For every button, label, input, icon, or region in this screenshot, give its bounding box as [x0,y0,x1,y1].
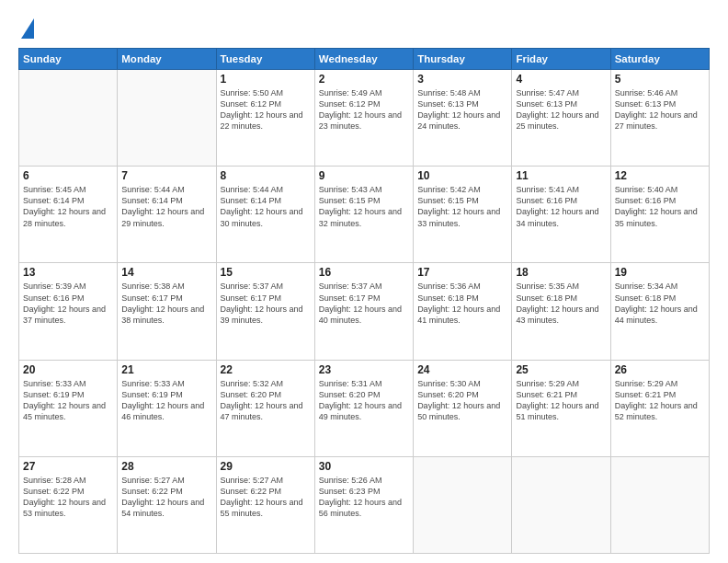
day-number: 24 [417,363,507,376]
day-number: 8 [221,169,311,182]
day-info: Sunrise: 5:37 AMSunset: 6:17 PMDaylight:… [319,281,409,326]
day-info: Sunrise: 5:37 AMSunset: 6:17 PMDaylight:… [221,281,311,326]
logo-triangle-icon [21,18,34,39]
day-number: 1 [221,73,311,86]
calendar-cell: 5Sunrise: 5:46 AMSunset: 6:13 PMDaylight… [610,70,709,167]
day-info: Sunrise: 5:47 AMSunset: 6:13 PMDaylight:… [516,87,606,132]
day-info: Sunrise: 5:38 AMSunset: 6:17 PMDaylight:… [121,281,211,326]
calendar-cell: 26Sunrise: 5:29 AMSunset: 6:21 PMDayligh… [610,360,709,456]
calendar-cell: 22Sunrise: 5:32 AMSunset: 6:20 PMDayligh… [216,360,314,456]
calendar-cell: 13Sunrise: 5:39 AMSunset: 6:16 PMDayligh… [19,263,118,360]
calendar-cell [610,456,709,553]
calendar-cell: 10Sunrise: 5:42 AMSunset: 6:15 PMDayligh… [414,167,512,263]
day-info: Sunrise: 5:35 AMSunset: 6:18 PMDaylight:… [516,281,606,326]
calendar-cell: 11Sunrise: 5:41 AMSunset: 6:16 PMDayligh… [512,167,610,263]
day-number: 13 [23,266,113,279]
day-info: Sunrise: 5:32 AMSunset: 6:20 PMDaylight:… [221,378,311,423]
day-info: Sunrise: 5:26 AMSunset: 6:23 PMDaylight:… [319,475,409,520]
calendar-cell: 18Sunrise: 5:35 AMSunset: 6:18 PMDayligh… [512,263,610,360]
calendar-cell: 8Sunrise: 5:44 AMSunset: 6:14 PMDaylight… [216,167,314,263]
day-number: 27 [23,460,113,473]
calendar-cell: 30Sunrise: 5:26 AMSunset: 6:23 PMDayligh… [314,456,413,553]
calendar-week-0: 1Sunrise: 5:50 AMSunset: 6:12 PMDaylight… [19,70,710,167]
day-number: 2 [319,73,409,86]
calendar-cell: 6Sunrise: 5:45 AMSunset: 6:14 PMDaylight… [19,167,118,263]
calendar-week-2: 13Sunrise: 5:39 AMSunset: 6:16 PMDayligh… [19,263,710,360]
day-info: Sunrise: 5:41 AMSunset: 6:16 PMDaylight:… [516,184,606,229]
day-info: Sunrise: 5:40 AMSunset: 6:16 PMDaylight:… [615,184,705,229]
day-info: Sunrise: 5:34 AMSunset: 6:18 PMDaylight:… [615,281,705,326]
weekday-header-sunday: Sunday [19,49,118,70]
day-number: 29 [221,460,311,473]
day-number: 20 [23,363,113,376]
day-number: 7 [121,169,211,182]
calendar-cell: 20Sunrise: 5:33 AMSunset: 6:19 PMDayligh… [19,360,118,456]
calendar-cell: 7Sunrise: 5:44 AMSunset: 6:14 PMDaylight… [118,167,216,263]
day-info: Sunrise: 5:31 AMSunset: 6:20 PMDaylight:… [319,378,409,423]
day-info: Sunrise: 5:49 AMSunset: 6:12 PMDaylight:… [319,87,409,132]
calendar-cell [19,70,118,167]
day-number: 9 [319,169,409,182]
day-info: Sunrise: 5:48 AMSunset: 6:13 PMDaylight:… [417,87,507,132]
weekday-header-tuesday: Tuesday [216,49,314,70]
calendar-cell: 9Sunrise: 5:43 AMSunset: 6:15 PMDaylight… [314,167,413,263]
calendar-cell: 25Sunrise: 5:29 AMSunset: 6:21 PMDayligh… [512,360,610,456]
calendar-cell: 12Sunrise: 5:40 AMSunset: 6:16 PMDayligh… [610,167,709,263]
header [18,17,710,39]
calendar-week-3: 20Sunrise: 5:33 AMSunset: 6:19 PMDayligh… [19,360,710,456]
calendar-cell: 2Sunrise: 5:49 AMSunset: 6:12 PMDaylight… [314,70,413,167]
day-info: Sunrise: 5:33 AMSunset: 6:19 PMDaylight:… [121,378,211,423]
calendar-cell: 28Sunrise: 5:27 AMSunset: 6:22 PMDayligh… [118,456,216,553]
day-info: Sunrise: 5:45 AMSunset: 6:14 PMDaylight:… [23,184,113,229]
day-number: 5 [615,73,705,86]
day-info: Sunrise: 5:50 AMSunset: 6:12 PMDaylight:… [221,87,311,132]
weekday-header-wednesday: Wednesday [314,49,413,70]
day-info: Sunrise: 5:36 AMSunset: 6:18 PMDaylight:… [417,281,507,326]
calendar-cell [512,456,610,553]
calendar-cell: 24Sunrise: 5:30 AMSunset: 6:20 PMDayligh… [414,360,512,456]
day-info: Sunrise: 5:29 AMSunset: 6:21 PMDaylight:… [516,378,606,423]
day-number: 23 [319,363,409,376]
calendar-cell [414,456,512,553]
day-info: Sunrise: 5:30 AMSunset: 6:20 PMDaylight:… [417,378,507,423]
calendar-cell: 16Sunrise: 5:37 AMSunset: 6:17 PMDayligh… [314,263,413,360]
weekday-header-thursday: Thursday [414,49,512,70]
weekday-header-monday: Monday [118,49,216,70]
calendar-week-4: 27Sunrise: 5:28 AMSunset: 6:22 PMDayligh… [19,456,710,553]
day-number: 19 [615,266,705,279]
logo [18,17,34,39]
day-number: 14 [121,266,211,279]
day-info: Sunrise: 5:43 AMSunset: 6:15 PMDaylight:… [319,184,409,229]
weekday-header-friday: Friday [512,49,610,70]
day-info: Sunrise: 5:27 AMSunset: 6:22 PMDaylight:… [121,475,211,520]
day-number: 21 [121,363,211,376]
calendar-cell: 15Sunrise: 5:37 AMSunset: 6:17 PMDayligh… [216,263,314,360]
day-number: 25 [516,363,606,376]
day-number: 22 [221,363,311,376]
day-number: 4 [516,73,606,86]
day-number: 30 [319,460,409,473]
day-info: Sunrise: 5:33 AMSunset: 6:19 PMDaylight:… [23,378,113,423]
calendar-week-1: 6Sunrise: 5:45 AMSunset: 6:14 PMDaylight… [19,167,710,263]
day-info: Sunrise: 5:42 AMSunset: 6:15 PMDaylight:… [417,184,507,229]
calendar-cell: 3Sunrise: 5:48 AMSunset: 6:13 PMDaylight… [414,70,512,167]
calendar-cell: 23Sunrise: 5:31 AMSunset: 6:20 PMDayligh… [314,360,413,456]
day-info: Sunrise: 5:46 AMSunset: 6:13 PMDaylight:… [615,87,705,132]
day-number: 18 [516,266,606,279]
calendar-header-row: SundayMondayTuesdayWednesdayThursdayFrid… [19,49,710,70]
calendar-cell: 17Sunrise: 5:36 AMSunset: 6:18 PMDayligh… [414,263,512,360]
day-info: Sunrise: 5:39 AMSunset: 6:16 PMDaylight:… [23,281,113,326]
calendar-cell: 1Sunrise: 5:50 AMSunset: 6:12 PMDaylight… [216,70,314,167]
day-info: Sunrise: 5:29 AMSunset: 6:21 PMDaylight:… [615,378,705,423]
calendar-cell: 27Sunrise: 5:28 AMSunset: 6:22 PMDayligh… [19,456,118,553]
day-info: Sunrise: 5:27 AMSunset: 6:22 PMDaylight:… [221,475,311,520]
day-info: Sunrise: 5:44 AMSunset: 6:14 PMDaylight:… [221,184,311,229]
calendar-cell: 4Sunrise: 5:47 AMSunset: 6:13 PMDaylight… [512,70,610,167]
day-number: 12 [615,169,705,182]
day-number: 3 [417,73,507,86]
day-number: 6 [23,169,113,182]
calendar-cell: 21Sunrise: 5:33 AMSunset: 6:19 PMDayligh… [118,360,216,456]
day-number: 15 [221,266,311,279]
calendar-table: SundayMondayTuesdayWednesdayThursdayFrid… [18,48,710,554]
page: SundayMondayTuesdayWednesdayThursdayFrid… [0,0,728,563]
